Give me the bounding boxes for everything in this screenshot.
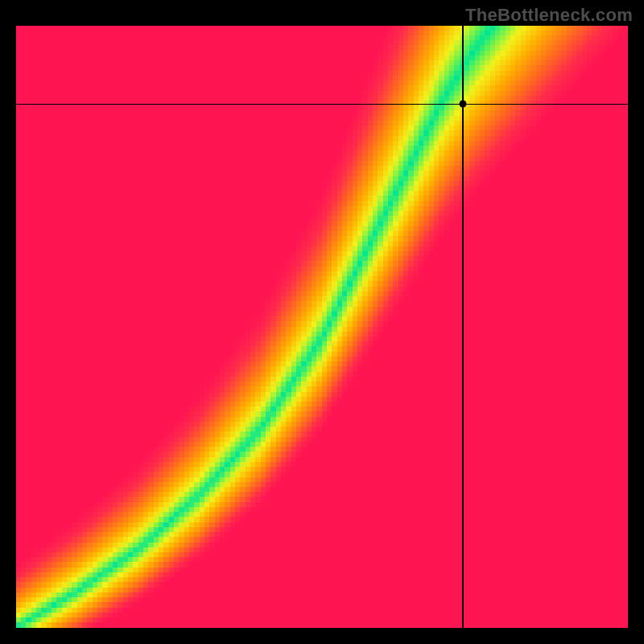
crosshair-vertical: [462, 26, 464, 628]
heatmap-plot: [16, 26, 628, 628]
chart-frame: TheBottleneck.com: [0, 0, 644, 644]
watermark-text: TheBottleneck.com: [465, 5, 633, 26]
crosshair-marker: [459, 101, 466, 108]
heatmap-canvas: [16, 26, 628, 628]
crosshair-horizontal: [16, 104, 628, 105]
